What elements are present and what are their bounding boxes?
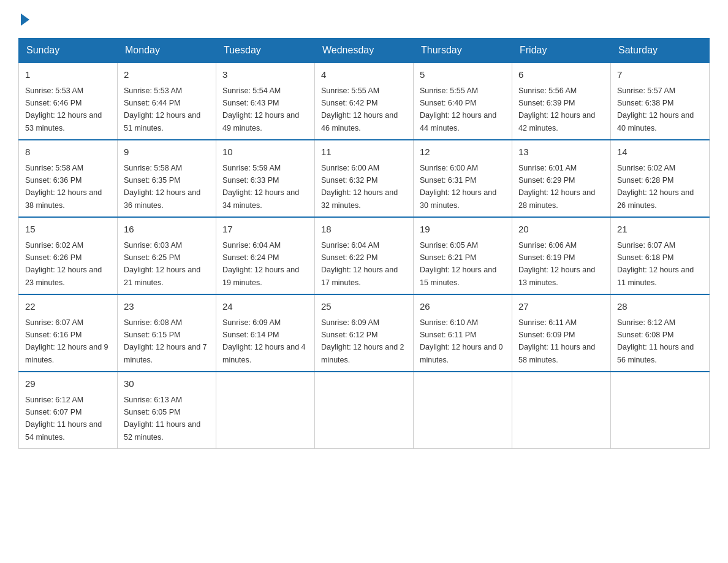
day-number: 16	[124, 223, 210, 237]
day-info: Sunrise: 5:56 AMSunset: 6:39 PMDaylight:…	[518, 86, 595, 132]
day-info: Sunrise: 6:12 AMSunset: 6:08 PMDaylight:…	[617, 318, 694, 364]
calendar-week-row: 8 Sunrise: 5:58 AMSunset: 6:36 PMDayligh…	[19, 140, 710, 217]
day-info: Sunrise: 6:05 AMSunset: 6:21 PMDaylight:…	[420, 241, 496, 287]
calendar-header-friday: Friday	[512, 39, 611, 63]
calendar-header-saturday: Saturday	[611, 39, 710, 63]
calendar-cell: 21 Sunrise: 6:07 AMSunset: 6:18 PMDaylig…	[611, 217, 710, 294]
day-info: Sunrise: 6:00 AMSunset: 6:31 PMDaylight:…	[420, 164, 496, 210]
calendar-header-sunday: Sunday	[19, 39, 118, 63]
calendar-header-thursday: Thursday	[414, 39, 512, 63]
day-number: 14	[617, 145, 703, 159]
calendar-cell	[414, 372, 512, 449]
calendar-week-row: 22 Sunrise: 6:07 AMSunset: 6:16 PMDaylig…	[19, 294, 710, 372]
day-number: 27	[518, 300, 604, 314]
day-number: 24	[222, 300, 308, 314]
calendar-cell	[611, 372, 710, 449]
calendar-cell: 6 Sunrise: 5:56 AMSunset: 6:39 PMDayligh…	[512, 63, 611, 140]
day-number: 20	[518, 223, 604, 237]
day-info: Sunrise: 5:59 AMSunset: 6:33 PMDaylight:…	[222, 164, 299, 210]
day-number: 7	[617, 68, 703, 82]
calendar-cell: 15 Sunrise: 6:02 AMSunset: 6:26 PMDaylig…	[19, 217, 118, 294]
calendar-cell	[216, 372, 315, 449]
day-number: 13	[518, 145, 604, 159]
calendar-week-row: 15 Sunrise: 6:02 AMSunset: 6:26 PMDaylig…	[19, 217, 710, 294]
calendar-header-tuesday: Tuesday	[216, 39, 315, 63]
day-number: 26	[420, 300, 506, 314]
calendar-cell: 9 Sunrise: 5:58 AMSunset: 6:35 PMDayligh…	[118, 140, 216, 217]
day-info: Sunrise: 6:02 AMSunset: 6:26 PMDaylight:…	[25, 241, 102, 287]
calendar-cell: 30 Sunrise: 6:13 AMSunset: 6:05 PMDaylig…	[118, 372, 216, 449]
day-info: Sunrise: 6:08 AMSunset: 6:15 PMDaylight:…	[124, 318, 207, 364]
calendar-cell: 7 Sunrise: 5:57 AMSunset: 6:38 PMDayligh…	[611, 63, 710, 140]
calendar-table: SundayMondayTuesdayWednesdayThursdayFrid…	[18, 38, 710, 449]
calendar-header-wednesday: Wednesday	[315, 39, 414, 63]
page-header	[18, 12, 710, 26]
day-number: 30	[124, 377, 210, 391]
day-info: Sunrise: 6:00 AMSunset: 6:32 PMDaylight:…	[321, 164, 398, 210]
day-number: 28	[617, 300, 703, 314]
day-info: Sunrise: 5:55 AMSunset: 6:42 PMDaylight:…	[321, 86, 398, 132]
day-number: 18	[321, 223, 407, 237]
calendar-cell: 10 Sunrise: 5:59 AMSunset: 6:33 PMDaylig…	[216, 140, 315, 217]
day-number: 22	[25, 300, 111, 314]
day-number: 29	[25, 377, 111, 391]
calendar-header-monday: Monday	[118, 39, 216, 63]
day-info: Sunrise: 5:53 AMSunset: 6:44 PMDaylight:…	[124, 86, 200, 132]
day-number: 10	[222, 145, 308, 159]
calendar-cell: 16 Sunrise: 6:03 AMSunset: 6:25 PMDaylig…	[118, 217, 216, 294]
day-info: Sunrise: 6:11 AMSunset: 6:09 PMDaylight:…	[518, 318, 595, 364]
calendar-week-row: 1 Sunrise: 5:53 AMSunset: 6:46 PMDayligh…	[19, 63, 710, 140]
day-number: 6	[518, 68, 604, 82]
calendar-cell: 5 Sunrise: 5:55 AMSunset: 6:40 PMDayligh…	[414, 63, 512, 140]
calendar-cell: 2 Sunrise: 5:53 AMSunset: 6:44 PMDayligh…	[118, 63, 216, 140]
day-info: Sunrise: 6:10 AMSunset: 6:11 PMDaylight:…	[420, 318, 503, 364]
day-number: 15	[25, 223, 111, 237]
day-info: Sunrise: 5:58 AMSunset: 6:36 PMDaylight:…	[25, 164, 102, 210]
calendar-cell: 17 Sunrise: 6:04 AMSunset: 6:24 PMDaylig…	[216, 217, 315, 294]
calendar-cell: 19 Sunrise: 6:05 AMSunset: 6:21 PMDaylig…	[414, 217, 512, 294]
calendar-cell: 25 Sunrise: 6:09 AMSunset: 6:12 PMDaylig…	[315, 294, 414, 372]
day-info: Sunrise: 6:04 AMSunset: 6:22 PMDaylight:…	[321, 241, 398, 287]
day-number: 8	[25, 145, 111, 159]
calendar-cell: 20 Sunrise: 6:06 AMSunset: 6:19 PMDaylig…	[512, 217, 611, 294]
day-info: Sunrise: 6:12 AMSunset: 6:07 PMDaylight:…	[25, 396, 102, 442]
day-info: Sunrise: 5:55 AMSunset: 6:40 PMDaylight:…	[420, 86, 496, 132]
calendar-cell	[512, 372, 611, 449]
calendar-cell: 1 Sunrise: 5:53 AMSunset: 6:46 PMDayligh…	[19, 63, 118, 140]
day-number: 2	[124, 68, 210, 82]
calendar-cell: 12 Sunrise: 6:00 AMSunset: 6:31 PMDaylig…	[414, 140, 512, 217]
day-number: 9	[124, 145, 210, 159]
day-info: Sunrise: 6:01 AMSunset: 6:29 PMDaylight:…	[518, 164, 595, 210]
day-number: 12	[420, 145, 506, 159]
calendar-cell: 18 Sunrise: 6:04 AMSunset: 6:22 PMDaylig…	[315, 217, 414, 294]
logo-arrow-icon	[21, 13, 29, 26]
day-number: 17	[222, 223, 308, 237]
day-info: Sunrise: 6:03 AMSunset: 6:25 PMDaylight:…	[124, 241, 200, 287]
calendar-cell: 24 Sunrise: 6:09 AMSunset: 6:14 PMDaylig…	[216, 294, 315, 372]
calendar-week-row: 29 Sunrise: 6:12 AMSunset: 6:07 PMDaylig…	[19, 372, 710, 449]
day-info: Sunrise: 6:09 AMSunset: 6:12 PMDaylight:…	[321, 318, 404, 364]
day-number: 5	[420, 68, 506, 82]
logo	[18, 12, 29, 26]
day-info: Sunrise: 5:53 AMSunset: 6:46 PMDaylight:…	[25, 86, 102, 132]
day-info: Sunrise: 6:07 AMSunset: 6:16 PMDaylight:…	[25, 318, 108, 364]
calendar-cell: 14 Sunrise: 6:02 AMSunset: 6:28 PMDaylig…	[611, 140, 710, 217]
day-info: Sunrise: 6:02 AMSunset: 6:28 PMDaylight:…	[617, 164, 694, 210]
calendar-cell: 27 Sunrise: 6:11 AMSunset: 6:09 PMDaylig…	[512, 294, 611, 372]
calendar-cell: 26 Sunrise: 6:10 AMSunset: 6:11 PMDaylig…	[414, 294, 512, 372]
day-number: 3	[222, 68, 308, 82]
day-info: Sunrise: 6:04 AMSunset: 6:24 PMDaylight:…	[222, 241, 299, 287]
day-number: 4	[321, 68, 407, 82]
calendar-cell: 28 Sunrise: 6:12 AMSunset: 6:08 PMDaylig…	[611, 294, 710, 372]
day-info: Sunrise: 6:07 AMSunset: 6:18 PMDaylight:…	[617, 241, 694, 287]
calendar-cell: 8 Sunrise: 5:58 AMSunset: 6:36 PMDayligh…	[19, 140, 118, 217]
day-info: Sunrise: 6:13 AMSunset: 6:05 PMDaylight:…	[124, 396, 200, 442]
calendar-header-row: SundayMondayTuesdayWednesdayThursdayFrid…	[19, 39, 710, 63]
calendar-cell	[315, 372, 414, 449]
day-info: Sunrise: 5:57 AMSunset: 6:38 PMDaylight:…	[617, 86, 694, 132]
day-number: 23	[124, 300, 210, 314]
day-number: 19	[420, 223, 506, 237]
calendar-cell: 22 Sunrise: 6:07 AMSunset: 6:16 PMDaylig…	[19, 294, 118, 372]
calendar-cell: 29 Sunrise: 6:12 AMSunset: 6:07 PMDaylig…	[19, 372, 118, 449]
day-number: 11	[321, 145, 407, 159]
